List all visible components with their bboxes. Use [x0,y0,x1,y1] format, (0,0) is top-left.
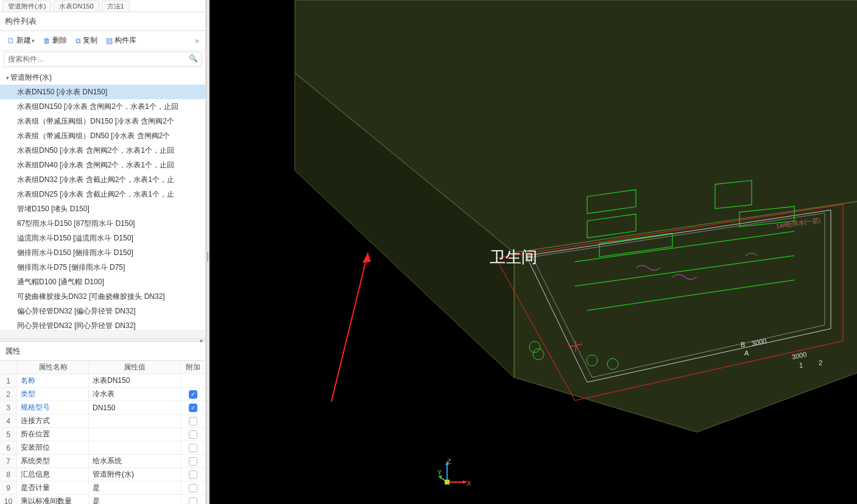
prop-add[interactable]: ✓ [181,401,205,414]
checkbox-icon[interactable]: ✓ [189,390,197,399]
grid-2: 2 [819,359,822,366]
prop-name: 是否计量 [17,481,89,494]
3d-viewport[interactable]: 卫生间 14#给排水(一层) B A 3000 3000 1 2 X Y Z [210,0,857,504]
property-row[interactable]: 7系统类型给水系统 [0,455,205,468]
tree-item[interactable]: 侧排雨水斗D150 [侧排雨水斗 D150] [0,245,205,260]
group-label: 管道附件(水) [10,72,52,83]
component-tree[interactable]: ▾ 管道附件(水) 水表DN150 [冷水表 DN150]水表组DN150 [冷… [0,68,205,330]
property-row[interactable]: 3规格型号DN150✓ [0,401,205,415]
prop-add[interactable] [181,495,205,504]
property-row[interactable]: 8汇总信息管道附件(水) [0,468,205,481]
property-row[interactable]: 4连接方式 [0,415,205,428]
prop-name: 规格型号 [17,401,89,414]
prop-add[interactable] [181,374,205,387]
prop-add[interactable] [181,455,205,467]
property-row[interactable]: 10乘以标准间数量是 [0,495,205,504]
property-row[interactable]: 2类型冷水表✓ [0,388,205,401]
tree-item[interactable]: 水表组DN40 [冷水表 含闸阀2个，水表1个，止回 [0,158,205,172]
checkbox-icon[interactable]: ✓ [189,404,197,412]
tab-category[interactable]: 管道附件(水) [2,1,51,12]
col-value: 属性值 [89,361,181,374]
prop-name: 系统类型 [17,455,89,467]
tree-item[interactable]: 水表组DN50 [冷水表 含闸阀2个，水表1个，止回 [0,143,205,158]
checkbox-icon[interactable] [189,471,197,479]
row-index: 3 [0,401,17,414]
prop-name: 名称 [17,374,89,387]
tree-item[interactable]: 偏心异径管DN32 [偏心异径管 DN32] [0,304,205,318]
tree-item[interactable]: 管堵D150 [堵头 D150] [0,201,205,216]
prop-value[interactable]: 是 [89,495,181,504]
search-icon[interactable]: 🔍 [189,54,198,63]
search-wrap: 🔍 [0,51,205,68]
checkbox-icon[interactable] [189,417,197,425]
svg-rect-28 [445,480,450,485]
prop-value[interactable]: 冷水表 [89,388,181,401]
prop-value[interactable] [89,428,181,441]
prop-add[interactable] [181,441,205,454]
chevron-down-icon: ▾ [32,38,35,44]
checkbox-icon[interactable] [189,430,197,439]
tree-item[interactable]: 水表组DN32 [冷水表 含截止阀2个，水表1个，止 [0,172,205,187]
more-icon[interactable]: » [192,37,202,45]
row-index: 2 [0,388,17,401]
prop-value[interactable] [89,415,181,427]
prop-add[interactable] [181,415,205,427]
tree-item[interactable]: 水表组DN150 [冷水表 含闸阀2个，水表1个，止回 [0,99,205,114]
grid-a: A [744,349,749,357]
tree-item[interactable]: 水表组（带减压阀组）DN50 [冷水表 含闸阀2个 [0,128,205,143]
prop-value[interactable]: 是 [89,481,181,494]
prop-value[interactable] [89,441,181,454]
prop-add[interactable] [181,481,205,494]
row-index: 10 [0,495,17,504]
search-input[interactable] [4,52,202,66]
row-index: 8 [0,468,17,481]
tree-item[interactable]: 水表组DN25 [冷水表 含截止阀2个，水表1个，止 [0,187,205,201]
property-row[interactable]: 6安装部位 [0,441,205,455]
property-row[interactable]: 5所在位置 [0,428,205,441]
svg-line-20 [331,253,368,402]
tree-item[interactable]: 水表组（带减压阀组）DN150 [冷水表 含闸阀2个 [0,114,205,128]
library-button[interactable]: ▤ 构件库 [102,33,140,47]
horizontal-scrollbar[interactable] [0,330,205,338]
tab-item[interactable]: 水表DN150 [54,1,99,12]
tab-method[interactable]: 方法1 [102,1,130,12]
library-label: 构件库 [115,35,136,46]
tree-group[interactable]: ▾ 管道附件(水) [0,71,205,85]
prop-name: 乘以标准间数量 [17,495,89,504]
prop-value[interactable]: 水表DN150 [89,374,181,387]
tree-item[interactable]: 同心异径管DN32 [同心异径管 DN32] [0,318,205,330]
tree-item[interactable]: 可挠曲橡胶接头DN32 [可曲挠橡胶接头 DN32] [0,289,205,304]
collapse-icon[interactable]: ▾ [6,75,9,81]
panel-splitter-h[interactable]: ▾ [0,338,205,342]
row-index: 4 [0,415,17,427]
tree-item[interactable]: 侧排雨水斗D75 [侧排雨水斗 D75] [0,260,205,275]
component-list-title: 构件列表 [0,12,205,31]
checkbox-icon[interactable] [189,457,197,466]
copy-icon: ⧉ [76,37,81,45]
checkbox-icon[interactable] [189,497,197,505]
grid-1: 1 [799,362,803,369]
property-row[interactable]: 9是否计量是 [0,481,205,495]
copy-button[interactable]: ⧉ 复制 [72,33,101,47]
prop-add[interactable] [181,468,205,481]
delete-button[interactable]: 🗑 删除 [40,33,71,47]
prop-value[interactable]: DN150 [89,401,181,414]
prop-value[interactable]: 给水系统 [89,455,181,467]
prop-add[interactable]: ✓ [181,388,205,401]
tree-item[interactable]: 水表DN150 [冷水表 DN150] [0,85,205,99]
library-icon: ▤ [106,37,113,45]
prop-value[interactable]: 管道附件(水) [89,468,181,481]
delete-icon: 🗑 [43,37,51,45]
tree-item[interactable]: 87型雨水斗D150 [87型雨水斗 D150] [0,216,205,231]
row-index: 9 [0,481,17,494]
property-row[interactable]: 1名称水表DN150 [0,374,205,388]
new-button[interactable]: 🗋 新建 ▾ [4,33,38,47]
tree-item[interactable]: 溢流雨水斗D150 [溢流雨水斗 D150] [0,231,205,245]
context-tabs: 管道附件(水) 水表DN150 方法1 [0,0,205,12]
axis-x-label: X [467,480,471,487]
checkbox-icon[interactable] [189,484,197,492]
checkbox-icon[interactable] [189,444,197,452]
prop-add[interactable] [181,428,205,441]
props-header-row: 属性名称 属性值 附加 [0,361,205,374]
tree-item[interactable]: 通气帽D100 [通气帽 D100] [0,275,205,289]
